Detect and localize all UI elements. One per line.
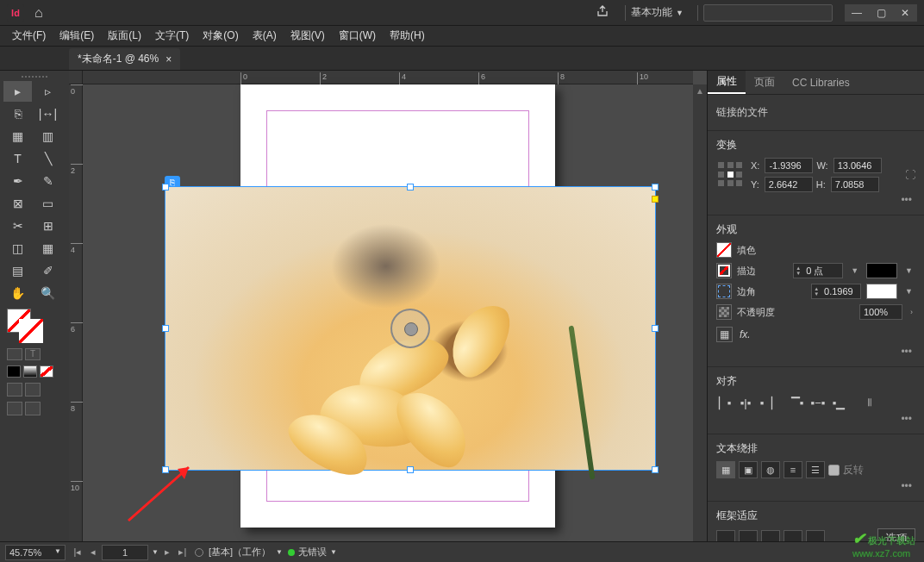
menu-object[interactable]: 对象(O) — [196, 28, 245, 43]
constrain-icon[interactable]: ⛶ — [905, 169, 915, 181]
share-icon[interactable] — [596, 4, 609, 21]
fit-center[interactable] — [806, 530, 825, 541]
zoom-tool[interactable]: 🔍 — [34, 283, 62, 303]
align-right[interactable]: ▪▕ — [758, 394, 775, 411]
fill-swatch-icon[interactable] — [716, 242, 732, 258]
handle-se[interactable] — [652, 466, 659, 473]
align-hcenter[interactable]: ▪|▪ — [737, 394, 754, 411]
stroke-style-dd[interactable]: ▼ — [902, 266, 915, 275]
scissors-tool[interactable]: ✂ — [3, 215, 32, 236]
view-mode-preview[interactable] — [25, 383, 41, 397]
fx-label[interactable]: fx. — [740, 328, 751, 340]
page-last-icon[interactable]: ▸| — [176, 546, 190, 558]
page-first-icon[interactable]: |◂ — [71, 546, 84, 558]
gradient-feather-tool[interactable]: ▦ — [34, 238, 62, 259]
align-top[interactable]: ▔▪ — [789, 394, 806, 411]
zoom-level[interactable]: 45.75%▼ — [5, 545, 66, 560]
distribute-h[interactable]: ⫴ — [861, 394, 878, 411]
appearance-more[interactable]: ••• — [716, 344, 915, 359]
fx-icon[interactable]: ▦ — [716, 327, 733, 342]
canvas-area[interactable]: 0 2 4 6 8 10 0 2 4 6 8 10 ▲ ⎘ — [69, 71, 707, 541]
search-input[interactable] — [703, 4, 833, 22]
corner-size-input[interactable]: ▲▼ — [811, 284, 861, 299]
content-placer-tool[interactable]: ▥ — [34, 126, 62, 147]
handle-ne[interactable] — [652, 184, 659, 190]
handle-corner-live[interactable] — [652, 196, 659, 203]
stroke-swatch-icon[interactable] — [716, 263, 732, 278]
apply-none[interactable] — [40, 365, 53, 378]
align-vcenter[interactable]: ▪−▪ — [809, 394, 827, 411]
direct-selection-tool[interactable]: ▹ — [34, 81, 62, 102]
frame-options-button[interactable]: 选项 — [877, 528, 915, 541]
page-tool[interactable]: ⎘ — [3, 103, 32, 124]
handle-e[interactable] — [652, 325, 659, 332]
menu-table[interactable]: 表(A) — [246, 28, 284, 43]
stroke-weight-dd[interactable]: ▼ — [848, 266, 861, 275]
menu-file[interactable]: 文件(F) — [5, 28, 53, 43]
home-icon[interactable]: ⌂ — [34, 5, 43, 21]
screen-mode-a[interactable] — [7, 402, 22, 415]
type-tool[interactable]: T — [3, 148, 32, 169]
apply-color[interactable] — [7, 365, 21, 378]
corner-icon[interactable] — [716, 284, 732, 299]
fit-fill[interactable] — [784, 530, 802, 541]
gradient-swatch-tool[interactable]: ◫ — [3, 238, 32, 259]
workspace-switcher[interactable]: 基本功能 ▼ — [631, 5, 684, 20]
format-text-icon[interactable]: T — [25, 348, 41, 360]
pen-tool[interactable]: ✒ — [3, 171, 32, 191]
tab-document[interactable]: *未命名-1 @ 46% × — [69, 48, 180, 70]
eyedropper-tool[interactable]: ✐ — [34, 260, 62, 281]
line-tool[interactable]: ╲ — [34, 148, 62, 169]
handle-n[interactable] — [407, 184, 414, 190]
ruler-origin[interactable] — [69, 71, 83, 84]
w-input[interactable] — [833, 158, 882, 173]
reference-point[interactable] — [716, 160, 746, 190]
rect-tool[interactable]: ▭ — [34, 193, 62, 214]
fit-proportional[interactable] — [761, 530, 780, 541]
apply-gradient[interactable] — [23, 365, 37, 378]
free-transform-tool[interactable]: ⊞ — [34, 215, 62, 236]
handle-sw[interactable] — [162, 466, 169, 473]
wrap-jump-col[interactable]: ☰ — [806, 461, 825, 478]
page-prev-icon[interactable]: ◂ — [86, 546, 100, 558]
rect-frame-tool[interactable]: ⊠ — [3, 193, 32, 214]
align-more[interactable]: ••• — [716, 411, 915, 427]
tab-pages[interactable]: 页面 — [746, 71, 784, 94]
menu-view[interactable]: 视图(V) — [284, 28, 332, 43]
close-button[interactable]: ✕ — [893, 4, 917, 22]
corner-shape[interactable] — [866, 284, 897, 299]
page-next-icon[interactable]: ▸ — [160, 546, 174, 558]
content-collector-tool[interactable]: ▦ — [3, 126, 32, 147]
opacity-dd[interactable]: › — [908, 308, 915, 316]
scroll-up-icon[interactable]: ▲ — [693, 84, 707, 97]
menu-window[interactable]: 窗口(W) — [332, 28, 383, 43]
format-container-icon[interactable] — [7, 348, 22, 360]
hand-tool[interactable]: ✋ — [3, 283, 32, 303]
menu-edit[interactable]: 编辑(E) — [53, 28, 101, 43]
panel-grip[interactable] — [3, 74, 66, 79]
screen-mode-b[interactable] — [25, 402, 41, 415]
tab-properties[interactable]: 属性 — [708, 71, 746, 94]
wrap-invert[interactable]: 反转 — [828, 463, 864, 478]
view-mode-normal[interactable] — [7, 383, 22, 397]
handle-w[interactable] — [162, 325, 169, 332]
wrap-shape[interactable]: ◍ — [761, 461, 780, 478]
align-bottom[interactable]: ▪▁ — [830, 394, 847, 411]
corner-shape-dd[interactable]: ▼ — [902, 287, 915, 296]
tab-cc-libraries[interactable]: CC Libraries — [784, 71, 858, 94]
stroke-swatch[interactable] — [19, 319, 43, 343]
preflight-status[interactable]: 无错误 ▼ — [288, 546, 337, 559]
minimize-button[interactable]: — — [845, 4, 869, 22]
scrollbar-vertical[interactable]: ▲ — [693, 84, 707, 541]
ruler-vertical[interactable]: 0 2 4 6 8 10 — [69, 84, 83, 541]
y-input[interactable] — [765, 177, 813, 192]
gap-tool[interactable]: |↔| — [34, 103, 62, 124]
profile-label[interactable]: [基本]（工作） — [209, 546, 271, 559]
x-input[interactable] — [765, 158, 813, 173]
stroke-weight-input[interactable]: ▲▼ — [793, 263, 843, 278]
opacity-input[interactable] — [859, 304, 902, 320]
fit-frame-content[interactable] — [739, 530, 758, 541]
pencil-tool[interactable]: ✎ — [34, 171, 62, 191]
handle-s[interactable] — [407, 466, 414, 473]
fill-stroke-swatches[interactable] — [3, 309, 66, 345]
